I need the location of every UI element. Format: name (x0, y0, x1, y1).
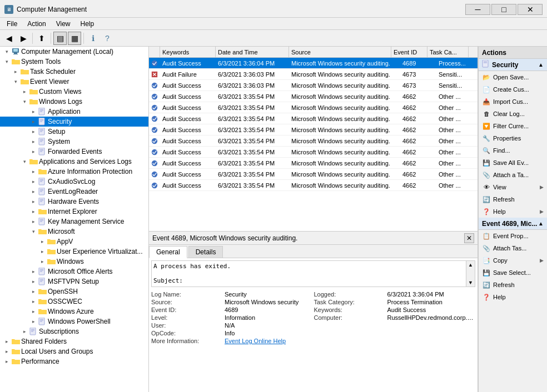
tree-expand-appv[interactable]: ▸ (38, 237, 47, 246)
action-item2-help[interactable]: ❓Help (479, 291, 547, 303)
properties-button[interactable]: ℹ (86, 32, 100, 45)
col-keywords[interactable]: Keywords (160, 47, 216, 57)
left-panel[interactable]: ▾Computer Management (Local)▾System Tool… (0, 47, 149, 392)
table-row[interactable]: Audit Success6/3/2021 3:36:04 PMMicrosof… (149, 58, 478, 69)
action-item2-saveselect[interactable]: 💾Save Select... (479, 267, 547, 279)
tree-expand-forwarded-events[interactable]: ▸ (29, 147, 38, 156)
action-item-filtercurre[interactable]: 🔽Filter Curre... (479, 120, 547, 132)
back-button[interactable]: ◀ (2, 32, 16, 45)
tree-expand-azure-info-prot[interactable]: ▸ (29, 167, 38, 176)
tree-expand-task-scheduler[interactable]: ▸ (11, 67, 20, 76)
actions-section-event-header[interactable]: Event 4689, Mic...▲ (479, 218, 547, 230)
sidebar-item-local-users[interactable]: ▸Local Users and Groups (0, 346, 148, 356)
action-item2-refresh[interactable]: 🔄Refresh (479, 279, 547, 291)
maximize-button[interactable]: □ (491, 4, 516, 15)
sidebar-item-setup[interactable]: ▸Setup (0, 127, 148, 137)
tree-expand-internet-explorer[interactable]: ▸ (29, 207, 38, 216)
menu-view[interactable]: View (52, 19, 75, 29)
tree-expand-performance[interactable]: ▸ (2, 357, 11, 366)
table-row[interactable]: Audit Failure6/3/2021 3:36:03 PMMicrosof… (149, 69, 478, 80)
up-button[interactable]: ⬆ (35, 32, 48, 45)
menu-action[interactable]: Action (23, 19, 50, 29)
action-item-importcus[interactable]: 📥Import Cus... (479, 96, 547, 108)
col-source[interactable]: Source (289, 47, 391, 57)
tree-expand-windows-powershell[interactable]: ▸ (29, 317, 38, 326)
tree-expand-shared-folders[interactable]: ▸ (2, 337, 11, 346)
action-item2-copy[interactable]: 📑Copy▶ (479, 254, 547, 267)
event-description-area[interactable]: A process has exited. Subject: (151, 260, 475, 287)
col-datetime[interactable]: Date and Time (216, 47, 289, 57)
sidebar-item-azure-info-prot[interactable]: ▸Azure Information Protection (0, 167, 148, 177)
sidebar-item-cxaudio[interactable]: ▸CxAudioSvcLog (0, 177, 148, 187)
sidebar-item-ms-office-alerts[interactable]: ▸Microsoft Office Alerts (0, 267, 148, 277)
col-taskcategory[interactable]: Task Ca... (427, 47, 469, 57)
action-item-saveallev[interactable]: 💾Save All Ev... (479, 157, 547, 169)
sidebar-item-windows-logs[interactable]: ▾Windows Logs (0, 97, 148, 107)
sidebar-item-user-exp[interactable]: ▸User Experience Virtualizat... (0, 247, 148, 257)
forward-button[interactable]: ▶ (17, 32, 30, 45)
sidebar-item-shared-folders[interactable]: ▸Shared Folders (0, 336, 148, 346)
sidebar-item-windows[interactable]: ▸Windows (0, 257, 148, 267)
tree-expand-microsoft[interactable]: ▾ (29, 227, 38, 236)
show-hide-tree[interactable]: ▤ (53, 32, 67, 45)
tree-expand-windows-azure[interactable]: ▸ (29, 307, 38, 316)
action-item-help[interactable]: ❓Help▶ (479, 205, 547, 218)
sidebar-item-app-services-logs[interactable]: ▾Applications and Services Logs (0, 157, 148, 167)
tree-expand-setup[interactable]: ▸ (29, 127, 38, 136)
tree-expand-custom-views[interactable]: ▸ (20, 87, 29, 96)
table-row[interactable]: Audit Success6/3/2021 3:35:54 PMMicrosof… (149, 113, 478, 124)
minimize-button[interactable]: ─ (465, 4, 490, 15)
action-item-view[interactable]: 👁View▶ (479, 181, 547, 193)
tree-expand-application[interactable]: ▸ (29, 107, 38, 116)
tree-expand-cxaudio[interactable]: ▸ (29, 177, 38, 186)
action-item2-attachtas[interactable]: 📎Attach Tas... (479, 242, 547, 254)
event-log-online-help-link[interactable]: Event Log Online Help (225, 338, 313, 344)
sidebar-item-key-mgmt[interactable]: ▸Key Management Service (0, 217, 148, 227)
sidebar-item-system-tools[interactable]: ▾System Tools (0, 57, 148, 67)
table-row[interactable]: Audit Success6/3/2021 3:35:54 PMMicrosof… (149, 135, 478, 147)
sidebar-item-windows-powershell[interactable]: ▸Windows PowerShell (0, 316, 148, 326)
sidebar-item-osscwec[interactable]: ▸OSSCWEC (0, 296, 148, 306)
tree-expand-user-exp[interactable]: ▸ (38, 247, 47, 256)
sidebar-item-application[interactable]: ▸Application (0, 107, 148, 117)
action-item-clearlog[interactable]: 🗑Clear Log... (479, 108, 547, 120)
tree-expand-app-services-logs[interactable]: ▾ (20, 157, 29, 166)
actions-section-security-header[interactable]: Security▲ (479, 59, 547, 71)
tree-expand-osscwec[interactable]: ▸ (29, 297, 38, 306)
table-row[interactable]: Audit Success6/3/2021 3:35:54 PMMicrosof… (149, 124, 478, 135)
action-item-refresh[interactable]: 🔄Refresh (479, 193, 547, 205)
sidebar-item-appv[interactable]: ▸AppV (0, 237, 148, 247)
sidebar-item-task-scheduler[interactable]: ▸Task Scheduler (0, 67, 148, 77)
action-item-find[interactable]: 🔍Find... (479, 144, 547, 157)
sidebar-item-hardware-events[interactable]: ▸Hardware Events (0, 197, 148, 207)
sidebar-item-security[interactable]: ▸Security (0, 117, 148, 127)
table-row[interactable]: Audit Success6/3/2021 3:36:03 PMMicrosof… (149, 80, 478, 91)
table-row[interactable]: Audit Success6/3/2021 3:35:54 PMMicrosof… (149, 147, 478, 158)
help-button[interactable]: ? (101, 32, 114, 45)
action-item-attachata[interactable]: 📎Attach a Ta... (479, 169, 547, 181)
close-button[interactable]: ✕ (518, 4, 543, 15)
tree-expand-event-viewer[interactable]: ▾ (11, 77, 20, 86)
table-row[interactable]: Audit Success6/3/2021 3:35:54 PMMicrosof… (149, 102, 478, 113)
tree-expand-windows-logs[interactable]: ▾ (20, 97, 29, 106)
event-rows[interactable]: Audit Success6/3/2021 3:36:04 PMMicrosof… (149, 58, 478, 231)
menu-help[interactable]: Help (76, 19, 99, 29)
tree-expand-hardware-events[interactable]: ▸ (29, 197, 38, 206)
tab-general[interactable]: General (149, 246, 187, 258)
sidebar-item-windows-azure[interactable]: ▸Windows Azure (0, 306, 148, 316)
table-row[interactable]: Audit Success6/3/2021 3:35:54 PMMicrosof… (149, 91, 478, 102)
tree-expand-security[interactable]: ▸ (29, 117, 38, 126)
sidebar-item-system[interactable]: ▸System (0, 137, 148, 147)
tree-expand-windows[interactable]: ▸ (38, 257, 47, 266)
action-item-opensave[interactable]: 📂Open Save... (479, 71, 547, 83)
tree-expand-system-tools[interactable]: ▾ (2, 57, 11, 66)
sidebar-item-msftvpn[interactable]: ▸MSFTVPN Setup (0, 277, 148, 287)
tree-expand-local-users[interactable]: ▸ (2, 347, 11, 356)
sidebar-item-microsoft[interactable]: ▾Microsoft (0, 227, 148, 237)
table-row[interactable]: Audit Success6/3/2021 3:35:54 PMMicrosof… (149, 169, 478, 180)
tree-expand-eventlogreader[interactable]: ▸ (29, 187, 38, 196)
sidebar-item-performance[interactable]: ▸Performance (0, 356, 148, 366)
tree-expand-system[interactable]: ▸ (29, 137, 38, 146)
sidebar-item-event-viewer[interactable]: ▾Event Viewer (0, 77, 148, 87)
sidebar-item-computer-mgmt[interactable]: ▾Computer Management (Local) (0, 47, 148, 57)
